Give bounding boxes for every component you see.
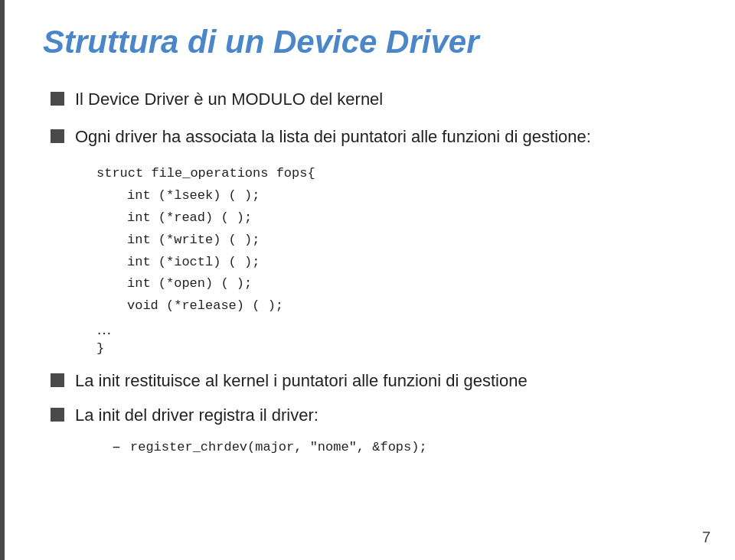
- slide: Struttura di un Device Driver Il Device …: [0, 0, 735, 560]
- register-line: – register_chrdev(major, "nome", &fops);: [112, 438, 697, 456]
- code-block: struct file_operations fops{ int (*lseek…: [96, 163, 697, 317]
- code-ellipsis: …: [96, 321, 697, 338]
- bullet-text-4: La init del driver registra il driver:: [75, 404, 697, 428]
- dash-icon: –: [112, 438, 121, 456]
- slide-content: Il Device Driver è un MODULO del kernel …: [43, 88, 697, 455]
- bullet-item-3: La init restituisce al kernel i puntator…: [51, 370, 697, 393]
- code-line-2: int (*read) ( );: [127, 207, 697, 230]
- code-struct-line: struct file_operations fops{: [96, 163, 697, 185]
- bullet-text-2: Ogni driver ha associata la lista dei pu…: [75, 125, 697, 149]
- bullet-icon-1: [51, 92, 64, 106]
- code-line-4: int (*ioctl) ( );: [127, 252, 697, 274]
- bullet-icon-2: [51, 129, 64, 143]
- bullet-text-3: La init restituisce al kernel i puntator…: [75, 370, 697, 393]
- code-line-6: void (*release) ( );: [127, 295, 697, 317]
- code-line-3: int (*write) ( );: [127, 230, 697, 252]
- bullet-item-1: Il Device Driver è un MODULO del kernel: [51, 88, 697, 112]
- code-closing: }: [96, 341, 697, 356]
- bullet-icon-4: [51, 408, 64, 422]
- register-code: register_chrdev(major, "nome", &fops);: [130, 440, 427, 454]
- bullet-item-2: Ogni driver ha associata la lista dei pu…: [51, 125, 697, 149]
- bullet-item-4: La init del driver registra il driver:: [51, 404, 697, 428]
- slide-title: Struttura di un Device Driver: [43, 23, 697, 61]
- page-number: 7: [702, 529, 710, 546]
- code-line-1: int (*lseek) ( );: [127, 185, 697, 207]
- bullet-icon-3: [51, 373, 64, 387]
- code-line-5: int (*open) ( );: [127, 273, 697, 295]
- bullet-text-1: Il Device Driver è un MODULO del kernel: [75, 88, 697, 112]
